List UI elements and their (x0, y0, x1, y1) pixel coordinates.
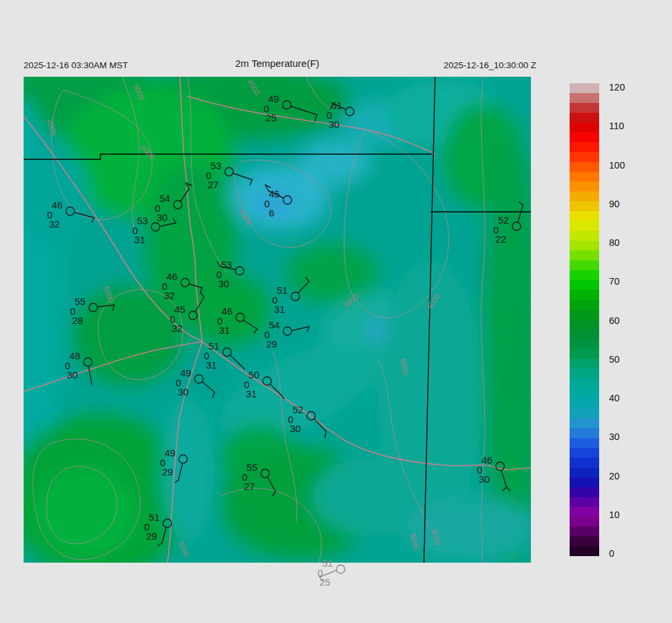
station-temperature: 55 (247, 462, 258, 473)
colorbar-band (570, 468, 599, 477)
station-dewpoint: 27 (208, 179, 219, 190)
colorbar-band (570, 409, 599, 418)
station-temperature: 51 (209, 340, 220, 352)
colorbar-band (570, 172, 599, 182)
colorbar-band (570, 103, 599, 113)
station-dewpoint: 30 (290, 423, 301, 434)
station-temperature: 45 (269, 188, 280, 199)
colorbar-band (570, 438, 599, 448)
colorbar-band (570, 93, 599, 103)
colorbar-band (570, 339, 599, 349)
colorbar-band (570, 546, 599, 556)
station-temperature: 50 (249, 369, 260, 380)
station-temperature: 49 (165, 447, 176, 458)
station-dewpoint: 31 (246, 388, 257, 399)
station-dewpoint: 30 (479, 473, 490, 485)
colorbar-band (570, 369, 599, 378)
station-temperature: 51 (149, 512, 160, 523)
colorbar-tick-label: 80 (609, 237, 620, 248)
station-temperature: 54 (269, 319, 280, 331)
colorbar-band (570, 329, 599, 339)
station-temperature: 45 (175, 304, 186, 315)
station-dewpoint: 31 (135, 234, 146, 245)
colorbar-tick-label: 10 (609, 510, 620, 520)
colorbar-band (570, 251, 599, 260)
station-circle-icon (337, 565, 345, 574)
colorbar-band (570, 300, 599, 310)
colorbar-band (570, 536, 599, 546)
colorbar-band (570, 418, 599, 428)
colorbar (570, 83, 599, 556)
station-temperature: 46 (167, 271, 178, 282)
temperature-map: 2000300040004000600060004000400060003000… (24, 77, 531, 595)
colorbar-band (570, 517, 599, 527)
station-dewpoint: 30 (329, 119, 340, 130)
colorbar-tick-label: 100 (609, 160, 625, 171)
station-dewpoint: 6 (269, 207, 274, 218)
colorbar-tick-label: 110 (609, 121, 624, 131)
colorbar-band (570, 310, 599, 319)
station-dewpoint: 29 (162, 466, 173, 477)
colorbar-band (570, 349, 599, 359)
colorbar-band (570, 182, 599, 191)
station-dewpoint: 30 (67, 369, 78, 380)
station-temperature: 54 (159, 193, 171, 204)
colorbar-band (570, 458, 599, 468)
station-dewpoint: 30 (178, 386, 189, 397)
colorbar-band (570, 280, 599, 290)
colorbar-band (570, 290, 599, 300)
station-temperature: 49 (180, 367, 192, 378)
station-dewpoint: 25 (320, 576, 331, 588)
colorbar-band (570, 132, 599, 142)
station-dewpoint: 30 (157, 212, 168, 223)
station-dewpoint: 25 (266, 112, 277, 123)
colorbar-tick-label: 60 (609, 315, 620, 326)
station-temperature: 53 (211, 160, 222, 171)
station-dewpoint: 30 (219, 278, 230, 289)
colorbar-band (570, 497, 599, 507)
colorbar-band (570, 378, 599, 388)
colorbar-band (570, 221, 599, 231)
colorbar-tick-label: 50 (609, 354, 620, 365)
colorbar-tick-label: 120 (609, 82, 625, 92)
station-temperature: 53 (221, 259, 232, 270)
colorbar-band (570, 211, 599, 221)
colorbar-band (570, 319, 599, 329)
colorbar-band (570, 477, 599, 487)
colorbar-band (570, 162, 599, 172)
colorbar-tick-label: 0 (609, 548, 614, 559)
station-temperature: 51 (322, 557, 333, 569)
station-dewpoint: 31 (206, 359, 217, 371)
station-dewpoint: 32 (172, 323, 183, 334)
station-temperature: 46 (482, 454, 493, 466)
colorbar-band (570, 231, 599, 241)
station-dewpoint: 32 (49, 218, 60, 230)
colorbar-band (570, 201, 599, 211)
station-temperature: 52 (293, 404, 304, 415)
timestamp-utc: 2025-12-16_10:30:00 Z (444, 60, 536, 70)
colorbar-band (570, 123, 599, 132)
station-dewpoint: 27 (244, 481, 255, 492)
colorbar-tick-label: 30 (609, 432, 620, 442)
station-temperature: 51 (277, 285, 288, 296)
colorbar-band (570, 487, 599, 497)
colorbar-tick-label: 40 (609, 393, 620, 403)
colorbar-tick-label: 20 (609, 471, 620, 481)
station-temperature: 46 (222, 306, 233, 317)
station-temperature: 55 (75, 296, 86, 307)
colorbar-tick-label: 70 (609, 276, 620, 287)
colorbar-band (570, 260, 599, 270)
colorbar-band (570, 359, 599, 369)
station-dewpoint: 31 (274, 304, 285, 315)
colorbar-band (570, 191, 599, 201)
station-temperature: 53 (137, 215, 148, 226)
station-dewpoint: 31 (219, 325, 230, 336)
station-temperature: 48 (70, 350, 81, 361)
station-dewpoint: 29 (146, 531, 158, 542)
station-dewpoint: 29 (266, 338, 278, 350)
colorbar-band (570, 388, 599, 398)
station-dewpoint: 22 (495, 233, 507, 245)
colorbar-band (570, 399, 599, 409)
colorbar-band (570, 428, 599, 438)
colorbar-band (570, 142, 599, 152)
